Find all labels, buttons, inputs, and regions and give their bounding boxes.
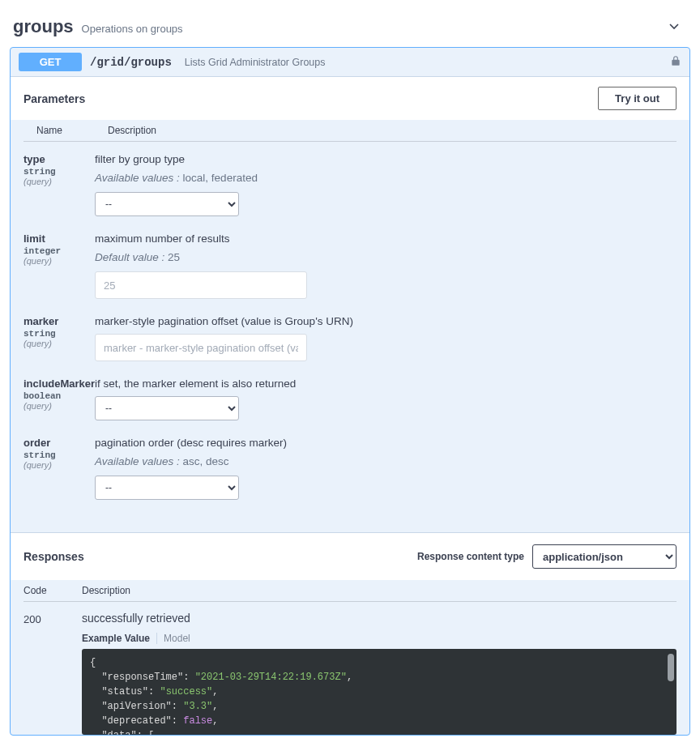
param-description: marker-style pagination offset (value is… [95,315,677,327]
response-example-code[interactable]: { "responseTime": "2021-03-29T14:22:19.6… [82,649,677,735]
param-type: string [23,450,95,460]
tab-example-value[interactable]: Example Value [82,633,157,644]
param-description: filter by group type [95,153,677,165]
param-input-marker[interactable] [95,334,307,361]
param-name: limit [23,232,95,245]
param-location: (query) [23,460,95,470]
response-code: 200 [23,612,82,735]
param-select-order[interactable]: -- [95,476,239,500]
param-description: if set, the marker element is also retur… [95,378,677,390]
operation-header[interactable]: GET /grid/groups Lists Grid Administrato… [11,48,689,76]
responses-header: Responses Response content type applicat… [11,532,689,580]
param-location: (query) [23,256,95,266]
section-title: groups [13,16,74,37]
parameters-table-header: Name Description [23,120,677,142]
scrollbar-thumb[interactable] [668,654,674,681]
section-header[interactable]: groups Operations on groups [10,10,690,47]
param-type: boolean [23,391,95,401]
param-select-type[interactable]: -- [95,192,239,216]
param-row-type: type string (query) filter by group type… [23,145,677,224]
section-subtitle: Operations on groups [82,23,183,35]
chevron-down-icon[interactable] [661,16,687,39]
try-it-out-button[interactable]: Try it out [598,87,677,110]
param-type: string [23,167,95,177]
response-description: successfully retrieved [82,612,677,625]
param-description: maximum number of results [95,232,677,245]
param-type: integer [23,246,95,256]
code-header: Code [23,585,82,596]
param-type: string [23,329,95,339]
tab-model[interactable]: Model [157,633,190,644]
response-content-type-label: Response content type [417,551,524,562]
param-location: (query) [23,401,95,411]
param-row-includemarker: includeMarker boolean (query) if set, th… [23,369,677,429]
operation-summary: Lists Grid Administrator Groups [185,57,326,68]
col-name-header: Name [36,125,108,136]
param-name: marker [23,315,95,327]
param-row-marker: marker string (query) marker-style pagin… [23,307,677,369]
responses-title: Responses [23,550,84,563]
param-description: pagination order (desc requires marker) [95,437,677,449]
parameters-title: Parameters [23,92,85,105]
col-description-header: Description [108,125,664,136]
param-location: (query) [23,339,95,348]
param-select-includemarker[interactable]: -- [95,396,239,420]
description-header: Description [82,585,677,596]
param-location: (query) [23,177,95,186]
param-name: type [23,153,95,165]
operation-path: /grid/groups [90,56,172,69]
lock-icon[interactable] [670,55,681,69]
response-row-200: 200 successfully retrieved Example Value… [23,612,677,735]
param-row-limit: limit integer (query) maximum number of … [23,224,677,307]
operation-container: GET /grid/groups Lists Grid Administrato… [10,47,690,736]
param-name: includeMarker [23,378,95,390]
param-row-order: order string (query) pagination order (d… [23,429,677,508]
parameters-header: Parameters Try it out [11,77,689,120]
response-content-type-select[interactable]: application/json [532,544,677,569]
responses-table-header: Code Description [23,580,677,602]
param-name: order [23,437,95,449]
http-method-badge: GET [19,53,82,71]
param-input-limit[interactable] [95,271,307,299]
